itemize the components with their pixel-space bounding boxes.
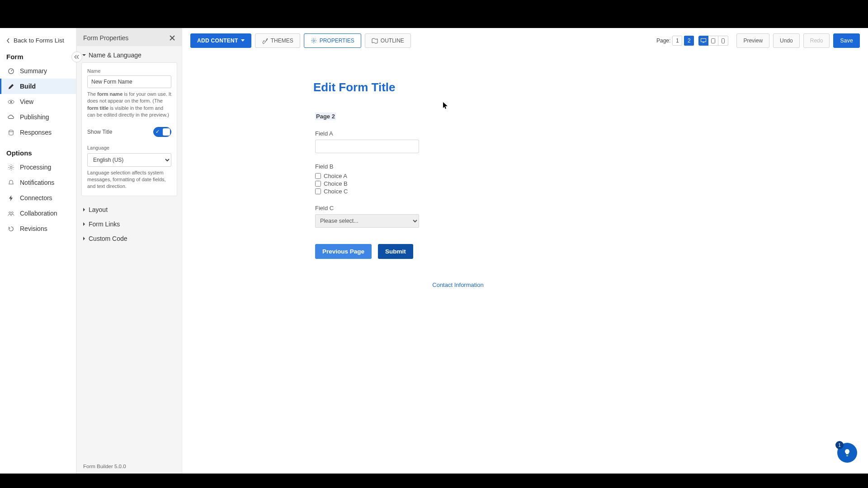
pencil-icon (8, 83, 14, 90)
redo-button[interactable]: Redo (803, 33, 830, 48)
themes-label: THEMES (271, 38, 293, 44)
nav-view-label: View (20, 98, 33, 105)
nav-heading-form: Form (0, 50, 76, 63)
nav-summary-label: Summary (20, 67, 47, 75)
users-icon (8, 210, 14, 217)
section-form-links-toggle[interactable]: Form Links (80, 217, 178, 231)
field-a-input[interactable] (315, 140, 419, 153)
nav-revisions-label: Revisions (20, 225, 47, 232)
back-to-list-link[interactable]: Back to Forms List (0, 33, 76, 50)
nav-revisions[interactable]: Revisions (0, 221, 76, 236)
caret-down-icon (241, 39, 245, 42)
viewport-tablet-button[interactable] (708, 36, 718, 46)
nav-build-label: Build (20, 83, 36, 90)
gear-icon (311, 38, 317, 44)
caret-right-icon (82, 222, 86, 226)
choice-a-checkbox[interactable] (315, 173, 321, 179)
svg-point-5 (9, 211, 11, 213)
field-c-label: Field C (315, 205, 419, 211)
monitor-icon (701, 38, 706, 43)
themes-button[interactable]: THEMES (255, 33, 300, 48)
section-name-language-toggle[interactable]: Name & Language (80, 48, 178, 62)
show-title-toggle[interactable]: ✓ (153, 127, 171, 137)
viewport-mobile-button[interactable] (718, 36, 728, 46)
choice-a-row[interactable]: Choice A (315, 173, 419, 179)
chevron-left-double-icon (74, 55, 80, 59)
field-c-select[interactable]: Please select... (315, 214, 419, 228)
submit-button[interactable]: Submit (378, 244, 413, 259)
svg-point-3 (9, 130, 13, 131)
add-content-button[interactable]: ADD CONTENT (190, 33, 251, 48)
help-fab[interactable]: 1 (837, 443, 857, 463)
undo-button[interactable]: Undo (773, 33, 800, 48)
language-select[interactable]: English (US) (87, 153, 171, 167)
field-b-label: Field B (315, 163, 419, 170)
contact-information-link[interactable]: Contact Information (313, 282, 603, 288)
panel-title: Form Properties (83, 34, 128, 42)
properties-button[interactable]: PROPERTIES (304, 33, 361, 48)
dashboard-icon (8, 68, 14, 75)
sidebar: Back to Forms List Form Summary Build Vi… (0, 28, 77, 474)
outline-button[interactable]: OUTLINE (365, 33, 411, 48)
nav-responses-label: Responses (20, 129, 52, 136)
field-a-block[interactable]: Field A (315, 130, 419, 153)
svg-rect-8 (701, 39, 706, 42)
nav-processing[interactable]: Processing (0, 160, 76, 175)
nav-connectors-label: Connectors (20, 194, 52, 202)
nav-collaboration[interactable]: Collaboration (0, 206, 76, 221)
section-name-language-body: Name The form name is for your own use. … (81, 62, 177, 196)
name-help-text: The form name is for your own use. It do… (87, 91, 171, 119)
database-icon (8, 129, 14, 136)
caret-right-icon (82, 208, 86, 211)
svg-point-7 (313, 40, 315, 42)
collapse-sidebar-button[interactable] (71, 52, 82, 62)
nav-processing-label: Processing (20, 164, 51, 171)
svg-rect-9 (712, 38, 715, 43)
save-button[interactable]: Save (833, 33, 860, 48)
preview-button[interactable]: Preview (736, 33, 769, 48)
form-name-input[interactable] (87, 75, 171, 88)
form-title[interactable]: Edit Form Title (313, 80, 850, 94)
svg-point-6 (11, 211, 13, 213)
page-subtitle[interactable]: Page 2 (315, 113, 336, 120)
svg-point-4 (10, 166, 12, 169)
properties-panel: Form Properties Name & Language Name The… (77, 28, 182, 474)
previous-page-button[interactable]: Previous Page (315, 244, 372, 259)
nav-connectors[interactable]: Connectors (0, 190, 76, 206)
map-icon (372, 38, 378, 44)
nav-view[interactable]: View (0, 94, 76, 109)
gear-icon (8, 164, 14, 171)
section-custom-code-toggle[interactable]: Custom Code (80, 231, 178, 246)
field-c-block[interactable]: Field C Please select... (315, 205, 419, 228)
field-b-block[interactable]: Field B Choice A Choice B Choice C (315, 163, 419, 195)
outline-label: OUTLINE (381, 38, 404, 44)
section-layout-label: Layout (89, 206, 108, 213)
lightbulb-icon (843, 448, 852, 457)
nav-responses[interactable]: Responses (0, 125, 76, 140)
page-2-button[interactable]: 2 (684, 36, 694, 46)
mobile-icon (722, 38, 725, 43)
choice-b-row[interactable]: Choice B (315, 180, 419, 187)
nav-publishing[interactable]: Publishing (0, 109, 76, 125)
caret-right-icon (82, 237, 86, 240)
choice-c-checkbox[interactable] (315, 188, 321, 194)
choice-a-label: Choice A (324, 173, 347, 179)
tablet-icon (711, 38, 715, 43)
show-title-label: Show Title (87, 129, 112, 135)
choice-b-checkbox[interactable] (315, 181, 321, 187)
section-layout-toggle[interactable]: Layout (80, 202, 178, 217)
close-icon[interactable] (169, 35, 175, 41)
nav-notifications[interactable]: Notifications (0, 175, 76, 190)
choice-c-row[interactable]: Choice C (315, 188, 419, 195)
app-version: Form Builder 5.0.0 (77, 459, 182, 474)
section-links-label: Form Links (89, 221, 120, 228)
page-1-button[interactable]: 1 (672, 36, 682, 46)
choice-b-label: Choice B (324, 180, 348, 187)
language-help-text: Language selection affects system messag… (87, 169, 171, 190)
nav-summary[interactable]: Summary (0, 63, 76, 79)
viewport-desktop-button[interactable] (698, 36, 708, 46)
nav-build[interactable]: Build (0, 79, 76, 94)
brush-icon (262, 38, 268, 44)
name-label: Name (87, 68, 171, 74)
language-label: Language (87, 145, 171, 150)
